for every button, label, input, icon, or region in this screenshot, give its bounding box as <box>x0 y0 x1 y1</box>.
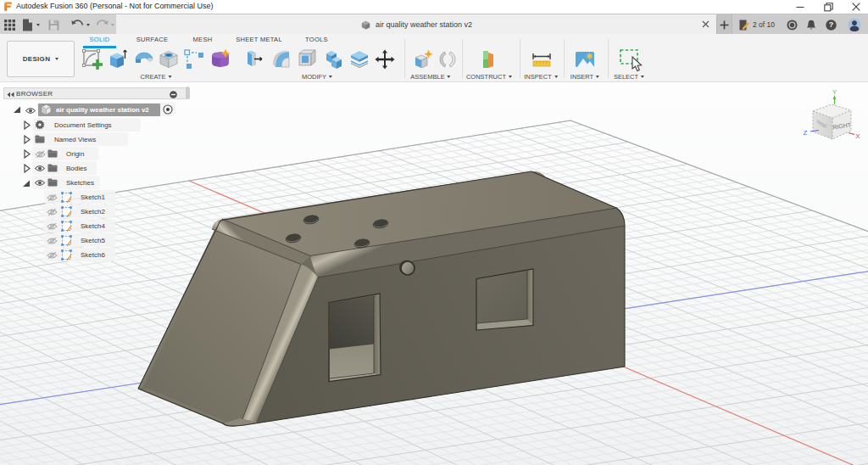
collapse-arrow-icon[interactable] <box>13 105 21 114</box>
undo-caret-icon <box>86 24 90 26</box>
move-copy-button[interactable] <box>374 48 396 70</box>
create-sketch-button[interactable] <box>81 48 103 70</box>
window-title: Autodesk Fusion 360 (Personal - Not for … <box>16 2 214 10</box>
visibility-eye-icon[interactable] <box>35 165 45 172</box>
new-component-button[interactable] <box>413 48 435 70</box>
tree-item-sketches[interactable]: Sketches <box>0 176 203 189</box>
file-icon <box>22 19 33 31</box>
undo-button[interactable] <box>70 15 92 34</box>
collapse-arrow-icon[interactable] <box>22 179 31 188</box>
assemble-group-label[interactable]: ASSEMBLE <box>410 73 450 81</box>
combine-button[interactable] <box>323 48 345 70</box>
browser-header-title: BROWSER <box>16 90 53 98</box>
tree-item-sketch4[interactable]: Sketch6 <box>0 248 203 261</box>
svg-text:?: ? <box>828 20 833 29</box>
modify-group-label[interactable]: MODIFY <box>302 73 332 81</box>
title-bar: Autodesk Fusion 360 (Personal - Not for … <box>0 0 868 14</box>
z-axis-label[interactable]: Z <box>804 129 808 137</box>
expand-arrow-icon[interactable] <box>24 149 31 159</box>
tree-item-bodies[interactable]: Bodies <box>0 161 203 175</box>
file-menu-button[interactable] <box>22 15 41 34</box>
visibility-eye-icon[interactable] <box>25 107 36 115</box>
modify-group-text: MODIFY <box>302 73 326 81</box>
view-cube[interactable]: RIGHT FRONT Y Z X <box>804 88 861 140</box>
offset-face-button[interactable] <box>348 48 370 70</box>
tab-surface[interactable]: SURFACE <box>136 36 169 43</box>
viewport-canvas[interactable]: RIGHT FRONT Y Z X BROWSER air quality we… <box>0 82 868 465</box>
folder-icon <box>47 164 58 172</box>
browser-header[interactable]: BROWSER <box>3 87 187 99</box>
new-document-tab-button[interactable] <box>716 14 732 35</box>
create-group-label[interactable]: CREATE <box>141 73 172 81</box>
tree-item-document-settings[interactable]: Document Settings <box>0 118 203 132</box>
expand-arrow-icon[interactable] <box>24 164 31 173</box>
visibility-eye-off-icon[interactable] <box>47 237 58 245</box>
browser-minimize-icon[interactable] <box>170 91 177 98</box>
save-button[interactable] <box>46 15 63 34</box>
extrude-button[interactable] <box>107 48 129 70</box>
hole-button[interactable] <box>158 48 180 70</box>
documents-quota[interactable]: 2 of 10 <box>739 14 775 35</box>
tree-item-sketch2[interactable]: Sketch4 <box>0 219 203 232</box>
tree-item-origin[interactable]: Origin <box>0 147 203 160</box>
redo-button[interactable] <box>94 15 116 34</box>
construct-plane-button[interactable] <box>476 48 498 70</box>
avatar[interactable] <box>846 14 863 35</box>
file-menu-caret-icon <box>36 24 40 26</box>
fusion-logo-icon <box>3 2 13 11</box>
visibility-eye-off-icon[interactable] <box>47 193 58 202</box>
visibility-eye-off-icon[interactable] <box>47 251 58 260</box>
modify-caret-icon <box>329 76 332 78</box>
close-button[interactable] <box>847 0 865 14</box>
help-button[interactable]: ? <box>823 14 838 35</box>
visibility-eye-icon[interactable] <box>35 179 45 187</box>
x-axis-label[interactable]: X <box>855 132 860 140</box>
tree-item-sketch3[interactable]: Sketch5 <box>0 233 203 247</box>
tree-item-sketch1[interactable]: Sketch2 <box>0 204 203 218</box>
tab-sheet-metal[interactable]: SHEET METAL <box>236 36 282 43</box>
tree-item-root[interactable]: air quality weather station v2 <box>0 103 203 116</box>
job-status-button[interactable] <box>784 14 799 35</box>
expand-arrow-icon[interactable] <box>24 120 31 130</box>
document-tab[interactable]: air quality weather station v2 <box>116 14 716 35</box>
tab-mesh[interactable]: MESH <box>193 36 213 43</box>
joint-button[interactable] <box>437 48 459 70</box>
inspect-caret-icon <box>554 76 558 78</box>
insert-group-label[interactable]: INSERT <box>570 73 599 81</box>
create-form-button[interactable] <box>209 48 231 70</box>
visibility-eye-off-icon[interactable] <box>47 222 58 231</box>
plus-icon <box>720 20 729 30</box>
measure-button[interactable] <box>531 48 553 70</box>
tree-item-sketch0[interactable]: Sketch1 <box>0 190 203 204</box>
collapse-browser-icon[interactable] <box>7 92 14 98</box>
ground-radio-icon[interactable] <box>163 104 173 115</box>
minimize-button[interactable] <box>791 0 810 14</box>
notifications-button[interactable] <box>804 14 819 35</box>
close-tab-button[interactable] <box>700 19 711 30</box>
tree-item-bodies-label: Bodies <box>66 165 86 172</box>
shell-button[interactable] <box>297 48 319 70</box>
browser-scrollbar[interactable] <box>186 87 190 99</box>
pattern-button[interactable] <box>183 48 205 70</box>
fillet-button[interactable] <box>270 48 292 70</box>
expand-arrow-icon[interactable] <box>24 135 31 144</box>
visibility-eye-off-icon[interactable] <box>47 208 58 216</box>
workspace-selector[interactable]: DESIGN <box>7 41 75 77</box>
inspect-group-label[interactable]: INSPECT <box>524 73 558 81</box>
tab-tools[interactable]: TOOLS <box>305 36 328 43</box>
model-body[interactable] <box>138 171 625 426</box>
revolve-button[interactable] <box>133 48 155 70</box>
create-group-text: CREATE <box>141 73 166 81</box>
visibility-eye-off-icon[interactable] <box>35 150 46 159</box>
press-pull-button[interactable] <box>243 48 265 70</box>
sketch-icon <box>61 235 72 246</box>
tree-item-named-views[interactable]: Named Views <box>0 132 203 146</box>
insert-image-button[interactable] <box>574 48 596 70</box>
tree-item-origin-label: Origin <box>66 150 84 158</box>
app-grid-button[interactable] <box>0 15 20 34</box>
y-axis-label[interactable]: Y <box>832 88 837 96</box>
select-group-label[interactable]: SELECT <box>614 73 644 81</box>
restore-button[interactable] <box>819 0 837 14</box>
tab-solid[interactable]: SOLID <box>89 36 109 43</box>
construct-group-label[interactable]: CONSTRUCT <box>466 73 512 81</box>
